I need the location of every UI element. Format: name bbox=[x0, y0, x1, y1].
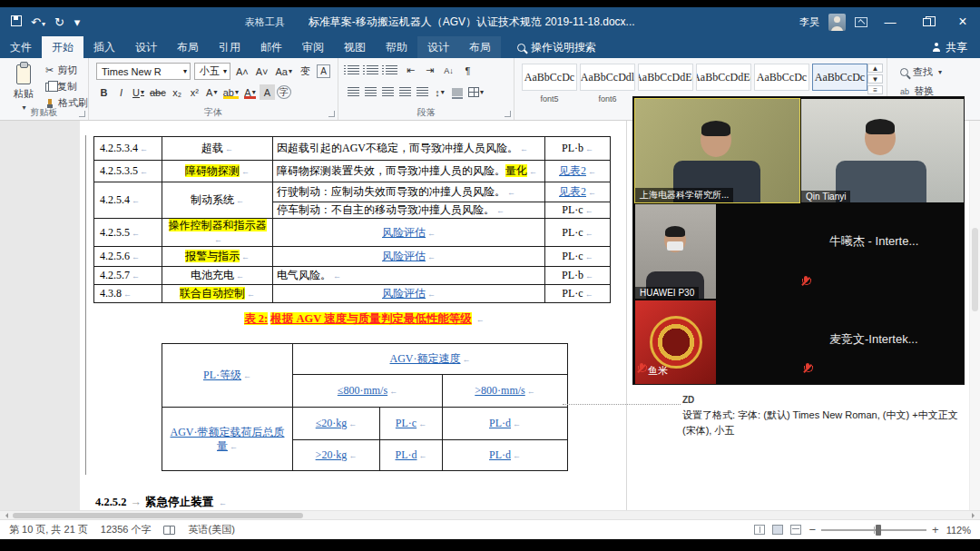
horizontal-scrollbar[interactable] bbox=[0, 510, 980, 519]
tab-table-design[interactable]: 设计 bbox=[417, 36, 459, 58]
justify-button[interactable] bbox=[397, 84, 413, 100]
table-cell[interactable]: 见表2 bbox=[545, 182, 611, 202]
style-card-selected[interactable]: AaBbCcDc bbox=[812, 64, 867, 91]
find-button[interactable]: 查找 ▾ bbox=[900, 65, 942, 79]
table-cell[interactable]: ≤20·kg bbox=[293, 408, 380, 440]
font-dialog-launcher[interactable] bbox=[328, 111, 335, 117]
table-cell[interactable]: 风险评估 bbox=[273, 247, 545, 267]
table-cell[interactable]: 停车制动：不自主的移动导致冲撞人员风险。 bbox=[273, 202, 545, 219]
style-card[interactable]: AaBbCcDdEe bbox=[696, 64, 751, 91]
table-cell[interactable]: ≤800·mm/s bbox=[293, 375, 443, 408]
zoom-out-button[interactable]: − bbox=[808, 524, 816, 536]
decrease-indent-button[interactable]: ⇤ bbox=[403, 63, 418, 78]
shrink-font-button[interactable]: A˅ bbox=[254, 64, 270, 79]
close-button[interactable]: × bbox=[949, 8, 976, 35]
tab-mailings[interactable]: 邮件 bbox=[250, 36, 292, 58]
table-cell[interactable]: 4.3.8 bbox=[94, 285, 162, 303]
tab-file[interactable]: 文件 bbox=[0, 36, 42, 58]
table-cell[interactable]: PL·c bbox=[380, 408, 443, 440]
share-button[interactable]: 共享 bbox=[919, 36, 980, 58]
video-tile[interactable]: HUAWEI P30 bbox=[635, 204, 716, 299]
font-name-combobox[interactable]: Times New R▾ bbox=[96, 63, 191, 80]
table-cell[interactable]: PL·b bbox=[545, 267, 611, 285]
table-cell[interactable]: 联合自动控制 bbox=[162, 285, 273, 303]
restore-button[interactable] bbox=[913, 8, 940, 35]
table-cell[interactable]: 4.2.5.6 bbox=[94, 247, 162, 267]
gallery-scroll-up-button[interactable]: ▲ bbox=[867, 64, 883, 73]
table-cell[interactable]: 见表2 bbox=[545, 161, 611, 182]
video-tile-active-speaker[interactable]: 上海电器科学研究所... bbox=[635, 99, 799, 202]
italic-button[interactable]: I bbox=[113, 84, 129, 100]
language-indicator[interactable]: 英语(美国) bbox=[188, 523, 234, 536]
cross-reference-link[interactable]: 风险评估 bbox=[382, 287, 426, 300]
table-cell[interactable]: 风险评估 bbox=[273, 219, 545, 247]
page-indicator[interactable]: 第 10 页, 共 21 页 bbox=[9, 523, 88, 536]
redo-button[interactable]: ↻ bbox=[54, 16, 64, 28]
distribute-button[interactable] bbox=[415, 84, 430, 100]
zoom-in-button[interactable]: + bbox=[932, 524, 939, 536]
table-cell[interactable]: 报警与指示 bbox=[162, 247, 273, 267]
minimize-button[interactable]: — bbox=[877, 8, 904, 35]
cross-reference-link[interactable]: 见表2 bbox=[559, 185, 586, 198]
sort-button[interactable]: A↓ bbox=[441, 63, 456, 78]
format-change-balloon[interactable]: ZD 设置了格式: 字体: (默认) Times New Roman, (中文)… bbox=[682, 393, 973, 438]
enclose-characters-button[interactable]: 字 bbox=[277, 85, 291, 99]
style-card[interactable]: AaBbCcDc bbox=[754, 64, 809, 91]
vertical-scroll-thumb[interactable] bbox=[972, 228, 978, 311]
scroll-left-arrow[interactable] bbox=[3, 513, 8, 518]
zoom-slider-thumb[interactable] bbox=[876, 525, 881, 536]
table-cell[interactable]: PL·等级 bbox=[162, 344, 293, 408]
change-case-button[interactable]: Aa▾ bbox=[274, 64, 294, 79]
table-cell[interactable]: AGV·带额定载荷后总质量 bbox=[162, 408, 293, 471]
table-cell[interactable]: 4.2.5.3.5 bbox=[94, 161, 162, 182]
table-cell[interactable]: PL·c bbox=[545, 219, 611, 247]
table-cell[interactable]: 操作控制器和指示器 bbox=[162, 219, 273, 247]
shading-button[interactable] bbox=[449, 84, 465, 100]
tab-table-layout[interactable]: 布局 bbox=[459, 36, 501, 58]
table-cell[interactable]: 障碍物探测 bbox=[162, 161, 273, 182]
table-cell[interactable]: PL·d bbox=[380, 440, 443, 471]
account-user-name[interactable]: 李昊 bbox=[799, 15, 819, 29]
align-center-button[interactable] bbox=[363, 84, 378, 100]
table-cell[interactable]: 超载 bbox=[162, 137, 273, 161]
word-count[interactable]: 12356 个字 bbox=[101, 523, 152, 536]
table-cell[interactable]: 4.2.5.3.4 bbox=[94, 137, 162, 161]
table-cell[interactable]: >800·mm/s bbox=[443, 375, 568, 408]
grow-font-button[interactable]: A˄ bbox=[234, 64, 250, 79]
table-cell[interactable]: >20·kg bbox=[293, 440, 380, 471]
text-highlight-button[interactable]: ab▾ bbox=[221, 84, 240, 100]
copy-button[interactable]: 复制 bbox=[45, 80, 88, 93]
horizontal-scroll-thumb[interactable] bbox=[13, 513, 303, 518]
superscript-button[interactable]: x² bbox=[187, 84, 202, 100]
borders-button[interactable]: ▾ bbox=[466, 84, 485, 100]
character-border-button[interactable]: A bbox=[317, 64, 330, 78]
tab-layout[interactable]: 布局 bbox=[167, 36, 209, 58]
participant-name[interactable]: 麦竞文-Intertek... bbox=[829, 331, 918, 348]
tab-view[interactable]: 视图 bbox=[334, 36, 376, 58]
save-button[interactable] bbox=[11, 15, 22, 28]
table-cell[interactable]: 行驶制动：应制动失效而导致的冲撞人员风险。 bbox=[273, 182, 545, 202]
table-cell[interactable]: 风险评估 bbox=[273, 285, 545, 303]
style-card[interactable]: AaBbCcDdl bbox=[580, 64, 635, 91]
show-formatting-marks-button[interactable]: ¶ bbox=[460, 63, 475, 78]
bold-button[interactable]: B bbox=[96, 84, 112, 100]
web-layout-button[interactable] bbox=[790, 525, 801, 535]
underline-button[interactable]: U▾ bbox=[131, 84, 146, 100]
table-cell[interactable]: 4.2.5.5 bbox=[94, 219, 162, 247]
font-color-button[interactable]: A▾ bbox=[242, 84, 258, 100]
table-cell[interactable]: PL·c bbox=[545, 285, 611, 303]
text-effects-button[interactable]: A▾ bbox=[204, 84, 220, 100]
increase-indent-button[interactable]: ⇥ bbox=[422, 63, 437, 78]
phonetic-guide-button[interactable]: 变 bbox=[298, 64, 313, 79]
style-card[interactable]: AaBbCcDdEe bbox=[638, 64, 693, 91]
print-layout-button[interactable] bbox=[772, 525, 783, 535]
proofing-icon[interactable] bbox=[163, 526, 175, 535]
table-cell[interactable]: 因超载引起的AGV不稳定，而导致冲撞人员风险。 bbox=[273, 137, 545, 161]
strikethrough-button[interactable]: abc bbox=[148, 84, 168, 100]
multilevel-list-button[interactable] bbox=[384, 63, 399, 78]
read-mode-button[interactable] bbox=[754, 525, 765, 535]
tab-design[interactable]: 设计 bbox=[125, 36, 167, 58]
zoom-level[interactable]: 112% bbox=[946, 525, 971, 536]
ribbon-display-options-icon[interactable] bbox=[855, 17, 867, 27]
section-heading[interactable]: 4.2.5.2→紧急停止装置 bbox=[95, 495, 227, 510]
